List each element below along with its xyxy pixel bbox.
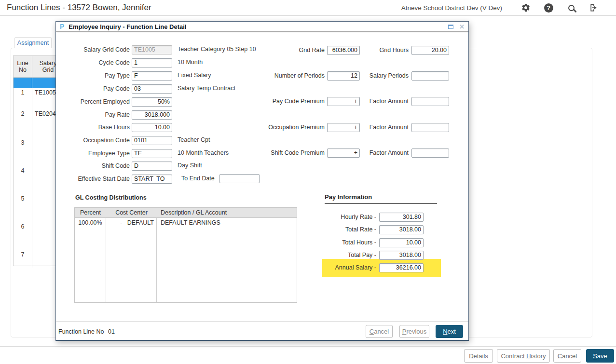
gl-table-row[interactable]: 100.00% - DEFAULT DEFAULT EARNINGS [75, 218, 297, 302]
grid-hours-input[interactable] [411, 46, 449, 55]
hourly-rate-input[interactable] [379, 213, 424, 222]
field-effective-dates: Effective Start Date To End Date [60, 174, 369, 184]
factor-amount-input[interactable] [411, 148, 449, 158]
field-pay-code-premium: Pay Code Premium Factor Amount [239, 96, 452, 106]
gl-costing-table: Percent Cost Center Description / GL Acc… [74, 207, 297, 303]
pay-code-input[interactable] [132, 84, 172, 94]
modal-title-bar: P Employee Inquiry - Function Line Detai… [56, 22, 468, 32]
maximize-icon[interactable] [448, 25, 453, 29]
cycle-code-input[interactable] [132, 58, 172, 67]
top-bar-right: Atrieve School District Dev (V Dev) ? [401, 3, 599, 13]
base-hours-input[interactable] [132, 123, 172, 132]
top-bar: Function Lines - 13572 Bowen, Jennifer A… [0, 0, 616, 16]
field-occupation-premium: Occupation Premium Factor Amount [239, 122, 452, 132]
field-pay-code: Pay Code Salary Temp Contract [60, 84, 369, 94]
function-line-no-label: Function Line No [58, 328, 104, 335]
save-button[interactable]: Save [586, 349, 614, 363]
pay-code-premium-input[interactable] [327, 97, 360, 106]
salary-periods-input[interactable] [411, 71, 449, 81]
bottom-action-bar: Details Contract History Cancel Save [0, 346, 616, 364]
field-pay-rate: Pay Rate [60, 110, 369, 120]
field-grid-rate-hours: Grid Rate Grid Hours [239, 45, 452, 55]
end-date-input[interactable] [219, 174, 260, 183]
shift-code-input[interactable] [132, 162, 172, 171]
page-title: Function Lines - 13572 Bowen, Jennifer [7, 3, 401, 13]
number-of-periods-input[interactable] [327, 71, 360, 81]
total-rate-input[interactable] [379, 225, 424, 234]
tab-assignment[interactable]: Assignment [14, 37, 52, 48]
logout-icon[interactable] [589, 3, 599, 13]
cancel-button[interactable]: Cancel [366, 325, 393, 338]
pay-information-title: Pay Information [325, 193, 437, 204]
salary-grid-code-input[interactable] [132, 45, 172, 54]
field-periods: Number of Periods Salary Periods [239, 71, 452, 81]
field-annual-salary: Annual Salary - [322, 263, 443, 272]
shift-code-premium-input[interactable] [327, 148, 360, 158]
field-shift-code-premium: Shift Code Premium Factor Amount [239, 148, 452, 158]
total-pay-input[interactable] [379, 251, 424, 260]
grid-rate-input[interactable] [327, 46, 360, 55]
occupation-code-input[interactable] [132, 136, 172, 145]
previous-button[interactable]: Previous [399, 325, 429, 338]
field-hourly-rate: Hourly Rate - [322, 212, 443, 222]
help-icon[interactable]: ? [544, 3, 553, 13]
gl-table-header: Percent Cost Center Description / GL Acc… [75, 208, 297, 218]
environment-name: Atrieve School District Dev (V Dev) [401, 4, 502, 12]
search-icon[interactable] [566, 3, 576, 13]
factor-amount-input[interactable] [411, 123, 449, 132]
pay-rate-input[interactable] [132, 110, 172, 120]
pay-type-input[interactable] [132, 71, 172, 81]
total-hours-input[interactable] [379, 238, 424, 247]
col-header-line-no: LineNo [14, 56, 32, 77]
field-total-pay: Total Pay - [322, 250, 443, 260]
modal-title: Employee Inquiry - Function Line Detail [68, 23, 448, 30]
field-total-rate: Total Rate - [322, 225, 443, 234]
details-button[interactable]: Details [464, 349, 493, 363]
field-cycle-code: Cycle Code 10 Month [60, 58, 369, 67]
next-button[interactable]: Next [436, 325, 463, 338]
modal-footer-divider [56, 321, 468, 322]
field-shift-code: Shift Code Day Shift [60, 161, 369, 171]
employee-inquiry-modal: P Employee Inquiry - Function Line Detai… [55, 21, 469, 341]
function-line-no-value: 01 [108, 328, 115, 335]
gl-costing-title: GL Costing Distributions [75, 194, 147, 201]
to-end-date-label: To End Date [181, 175, 215, 182]
contract-history-button[interactable]: Contract History [497, 349, 550, 363]
app-logo-icon: P [60, 23, 64, 30]
field-occupation-code: Occupation Code Teacher Cpt [60, 135, 369, 145]
occupation-premium-input[interactable] [327, 123, 360, 132]
factor-amount-input[interactable] [411, 97, 449, 106]
percent-employed-input[interactable] [132, 97, 172, 107]
effective-start-date-input[interactable] [132, 175, 172, 184]
cancel-button[interactable]: Cancel [553, 349, 581, 363]
settings-icon[interactable] [521, 3, 531, 13]
annual-salary-input[interactable] [379, 263, 424, 272]
employee-type-input[interactable] [132, 149, 172, 158]
field-total-hours: Total Hours - [322, 238, 443, 247]
close-icon[interactable]: ✕ [459, 24, 465, 30]
